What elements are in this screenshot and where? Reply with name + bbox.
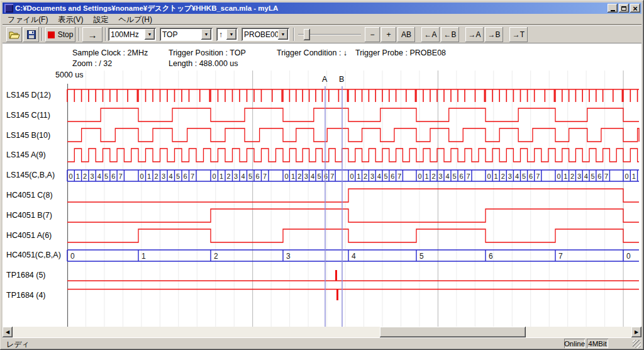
menu-item-2[interactable]: 設定 bbox=[88, 14, 113, 26]
channel-label-3: LS145 A(9) bbox=[6, 150, 46, 159]
application-window: 0123456701234567012345670123456701234567… bbox=[0, 0, 644, 350]
stop-label: Stop bbox=[58, 30, 74, 39]
trigger-position-value: TOP bbox=[160, 30, 201, 39]
zoom-slider-thumb[interactable] bbox=[304, 29, 310, 40]
trigger-position-combo[interactable]: TOP▼ bbox=[160, 28, 213, 41]
goto-cursor-b-right-button[interactable]: →B bbox=[485, 27, 503, 42]
toolbar-separator bbox=[293, 28, 294, 41]
goto-cursor-a-right-button[interactable]: →A bbox=[465, 27, 484, 42]
open-file-button[interactable] bbox=[6, 27, 22, 42]
menu-bar: ファイル(F)表示(V)設定ヘルプ(H) bbox=[3, 14, 641, 25]
toolbar-separator bbox=[79, 28, 80, 41]
open-folder-icon bbox=[9, 30, 20, 39]
zoom-in-button[interactable]: + bbox=[381, 27, 396, 42]
channel-label-8: HC4051(C,B,A) bbox=[6, 251, 61, 259]
goto-cursor-b-left-button[interactable]: ←B bbox=[441, 27, 459, 42]
status-ready-text: レディ bbox=[6, 339, 30, 350]
sample-clock-value: 100MHz bbox=[108, 30, 145, 39]
status-memory-badge: 4MBit bbox=[587, 339, 608, 348]
channel-label-1: LS145 C(11) bbox=[6, 111, 50, 120]
save-file-button[interactable] bbox=[23, 27, 39, 42]
chevron-down-icon[interactable]: ▼ bbox=[278, 29, 288, 40]
channel-label-7: HC4051 A(6) bbox=[6, 231, 52, 240]
waveform-panel[interactable] bbox=[3, 43, 641, 327]
menu-item-1[interactable]: 表示(V) bbox=[53, 14, 88, 26]
scrollbar-thumb[interactable] bbox=[380, 327, 526, 337]
channel-label-9: TP1684 (5) bbox=[6, 271, 46, 279]
sample-clock-combo[interactable]: 100MHz▼ bbox=[108, 28, 156, 41]
toolbar-separator bbox=[42, 28, 43, 41]
run-arrow-icon: → bbox=[88, 30, 97, 40]
close-button[interactable]: × bbox=[630, 4, 640, 13]
trigger-edge-value: ↑ bbox=[216, 30, 226, 39]
goto-cursor-a-left-button[interactable]: ←A bbox=[421, 27, 440, 42]
floppy-disk-icon bbox=[27, 30, 36, 39]
sample-clock-info: Sample Clock : 2MHz bbox=[72, 48, 148, 57]
minimize-button[interactable] bbox=[608, 4, 618, 13]
length-info: Length : 488.000 us bbox=[169, 59, 238, 68]
channel-label-5: HC4051 C(8) bbox=[6, 191, 53, 200]
trigger-position-info: Trigger Position : TOP bbox=[169, 48, 246, 57]
scroll-left-icon: ◀ bbox=[6, 329, 9, 335]
zoom-info: Zoom : / 32 bbox=[72, 59, 112, 68]
resize-grip[interactable] bbox=[633, 340, 641, 348]
stop-button[interactable]: Stop bbox=[45, 27, 75, 42]
status-online-badge: Online bbox=[564, 339, 585, 348]
chevron-down-icon[interactable]: ▼ bbox=[145, 29, 155, 40]
run-button[interactable]: → bbox=[82, 27, 103, 42]
menu-item-3[interactable]: ヘルプ(H) bbox=[113, 14, 157, 26]
trigger-edge-combo[interactable]: ↑▼ bbox=[216, 28, 238, 41]
zoom-out-button[interactable]: − bbox=[365, 27, 380, 42]
maximize-icon bbox=[621, 6, 626, 11]
window-title: C:¥Documents and Settings¥noname¥デスクトップ¥… bbox=[15, 4, 606, 13]
cursor-a-label[interactable]: A bbox=[322, 75, 327, 84]
menu-item-0[interactable]: ファイル(F) bbox=[3, 14, 53, 26]
channel-label-10: TP1684 (4) bbox=[6, 291, 46, 300]
channel-label-0: LS145 D(12) bbox=[6, 91, 51, 99]
trigger-probe-info: Trigger Probe : PROBE08 bbox=[355, 48, 446, 57]
minimize-icon bbox=[611, 10, 615, 11]
maximize-button[interactable] bbox=[619, 4, 629, 13]
chevron-down-icon[interactable]: ▼ bbox=[201, 29, 211, 40]
trigger-probe-value: PROBE00 bbox=[242, 30, 278, 39]
channel-label-2: LS145 B(10) bbox=[6, 131, 50, 140]
scroll-left-button[interactable]: ◀ bbox=[3, 327, 13, 337]
ruler-scale-label: 5000 us bbox=[55, 71, 83, 79]
horizontal-scrollbar[interactable]: ◀ ▶ bbox=[3, 327, 641, 337]
toolbar: Stop → 100MHz▼TOP▼↑▼PROBE00▼ −+AB←A←B→A→… bbox=[3, 25, 641, 43]
scroll-right-button[interactable]: ▶ bbox=[631, 327, 641, 337]
close-icon: × bbox=[633, 4, 638, 13]
trigger-condition-info: Trigger Condition : ↓ bbox=[277, 48, 347, 57]
scroll-right-icon: ▶ bbox=[635, 329, 638, 335]
channel-label-6: HC4051 B(7) bbox=[6, 211, 52, 220]
title-bar[interactable]: C:¥Documents and Settings¥noname¥デスクトップ¥… bbox=[3, 3, 641, 14]
cursor-b-label[interactable]: B bbox=[339, 75, 344, 84]
cursor-ab-button[interactable]: AB bbox=[397, 27, 415, 42]
goto-trigger-button[interactable]: →T bbox=[509, 27, 528, 42]
channel-label-4: LS145(C,B,A) bbox=[6, 171, 55, 179]
toolbar-separator bbox=[105, 28, 106, 41]
stop-icon bbox=[48, 31, 55, 38]
chevron-down-icon[interactable]: ▼ bbox=[226, 29, 236, 40]
trigger-probe-combo[interactable]: PROBE00▼ bbox=[242, 28, 289, 41]
status-bar: レディ Online 4MBit bbox=[3, 337, 641, 348]
app-icon bbox=[4, 4, 13, 13]
